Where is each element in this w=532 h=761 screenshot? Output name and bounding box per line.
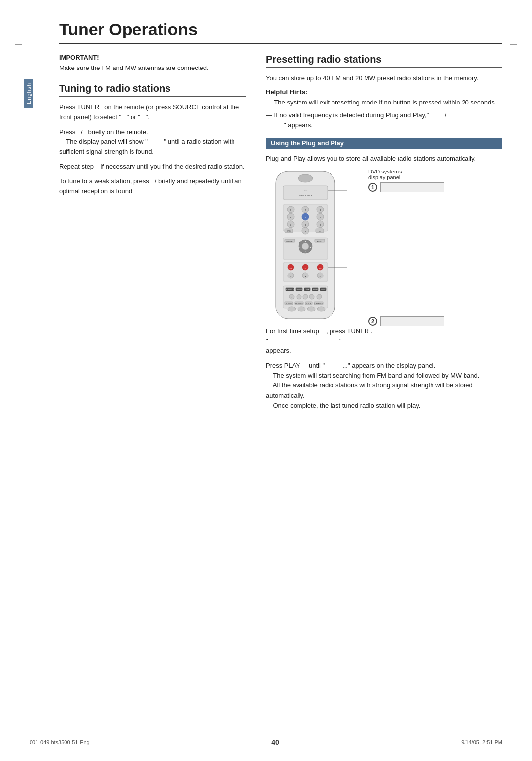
dvd-label: DVD system's display panel (368, 169, 444, 180)
svg-text:▼: ▼ (304, 250, 306, 252)
important-label: IMPORTANT! (59, 54, 246, 61)
svg-point-82 (307, 307, 315, 311)
svg-point-67 (297, 294, 301, 299)
important-text: Make sure the FM and MW antennas are con… (59, 63, 246, 73)
callout-box-1 (380, 182, 444, 192)
left-para-2: Press / briefly on the remote. The displ… (59, 127, 246, 157)
svg-point-1 (298, 174, 313, 182)
plug-play-text: Plug and Play allows you to store all av… (266, 154, 502, 164)
svg-text:○ ○: ○ ○ (304, 190, 306, 192)
svg-text:◄◄: ◄◄ (289, 267, 293, 269)
hint-2: — If no valid frequency is detected duri… (266, 110, 502, 130)
svg-text:MENU: MENU (317, 241, 323, 242)
svg-text:▼: ▼ (304, 276, 306, 277)
svg-point-80 (288, 307, 296, 311)
subsection-heading: Using the Plug and Play (266, 138, 502, 149)
svg-text:►: ► (319, 276, 321, 277)
callout-row-1: 1 (368, 182, 444, 192)
svg-text:►: ► (310, 246, 311, 248)
svg-text:9: 9 (320, 224, 321, 226)
remote-diagram: ○ ○ TUNER SOURCE 1 2 3 4 (266, 169, 502, 326)
svg-point-81 (298, 307, 305, 311)
svg-text:8: 8 (305, 224, 306, 226)
callout-circle-1: 1 (368, 183, 377, 192)
right-intro-text: You can store up to 40 FM and 20 MW pres… (266, 73, 502, 83)
left-para-4: To tune to a weak station, press / brief… (59, 176, 246, 196)
svg-text:1: 1 (290, 209, 291, 211)
svg-text:DIM: DIM (306, 289, 309, 291)
callout-box-2 (380, 316, 444, 326)
svg-text:7: 7 (290, 224, 291, 226)
two-column-layout: IMPORTANT! Make sure the FM and MW anten… (59, 54, 502, 415)
svg-text:4: 4 (290, 217, 291, 219)
svg-text:2: 2 (305, 209, 306, 211)
svg-text:KARAOKE: KARAOKE (315, 303, 324, 305)
after-remote-para-1: For first time setup , press TUNER ." "a… (266, 326, 502, 356)
left-para-3: Repeat step if necessary until you find … (59, 162, 246, 172)
svg-text:+: + (291, 297, 292, 299)
after-remote-para-2: Press PLAY until " ..." appears on the d… (266, 361, 502, 411)
svg-text:◄: ◄ (290, 276, 291, 277)
footer-right: 9/14/05, 2:51 PM (461, 739, 502, 745)
svg-text:3: 3 (320, 209, 321, 211)
important-block: IMPORTANT! Make sure the FM and MW anten… (59, 54, 246, 73)
helpful-hints-label: Helpful Hints: (266, 88, 502, 96)
svg-text:ENG: ENG (287, 230, 291, 232)
callout-circle-2: 2 (368, 317, 377, 326)
svg-text:0: 0 (305, 231, 306, 233)
svg-text:►►: ►► (319, 267, 322, 269)
svg-text:FEATURE: FEATURE (295, 303, 303, 305)
left-column: IMPORTANT! Make sure the FM and MW anten… (59, 54, 246, 415)
svg-text:▲: ▲ (304, 240, 306, 242)
svg-text:OFF: OFF (322, 289, 325, 291)
svg-text:SUBTITLE: SUBTITLE (286, 289, 294, 291)
page-title: Tuner Operations (59, 20, 502, 44)
svg-point-68 (303, 294, 308, 299)
callout-row-2: 2 (368, 316, 444, 326)
right-column: Presetting radio stations You can store … (266, 54, 502, 415)
svg-point-69 (309, 294, 314, 299)
svg-text:STOP: STOP (313, 289, 318, 291)
callout-1-group: DVD system's display panel 1 (368, 169, 444, 192)
svg-point-34 (302, 243, 309, 250)
svg-text:VOCAL: VOCAL (306, 303, 312, 305)
footer-center: 40 (271, 738, 279, 746)
svg-text:5: 5 (305, 217, 306, 219)
remote-control-image: ○ ○ TUNER SOURCE 1 2 3 4 (266, 169, 365, 326)
svg-rect-2 (283, 186, 328, 200)
svg-text:6: 6 (320, 217, 321, 219)
svg-text:SOUND: SOUND (286, 303, 292, 305)
svg-point-83 (317, 307, 325, 311)
svg-text:AUDIO: AUDIO (296, 289, 301, 291)
left-section-title: Tuning to radio stations (59, 83, 246, 97)
callout-labels: DVD system's display panel 1 2 (368, 169, 444, 326)
page: English Tuner Operations IMPORTANT! Make… (0, 0, 532, 761)
hint-1: — The system will exit presetting mode i… (266, 98, 502, 107)
svg-text:DISPLAY: DISPLAY (286, 241, 294, 242)
right-section-title: Presetting radio stations (266, 54, 502, 68)
language-tab: English (24, 79, 33, 108)
svg-text:TUNER  SOURCE: TUNER SOURCE (299, 195, 313, 197)
left-para-1: Press TUNER on the remote (or press SOUR… (59, 103, 246, 122)
svg-text:►: ► (304, 267, 306, 269)
footer-left: 001-049 hts3500-51-Eng (30, 739, 90, 745)
svg-text:◄: ◄ (299, 246, 300, 248)
footer: 001-049 hts3500-51-Eng 40 9/14/05, 2:51 … (30, 738, 502, 746)
